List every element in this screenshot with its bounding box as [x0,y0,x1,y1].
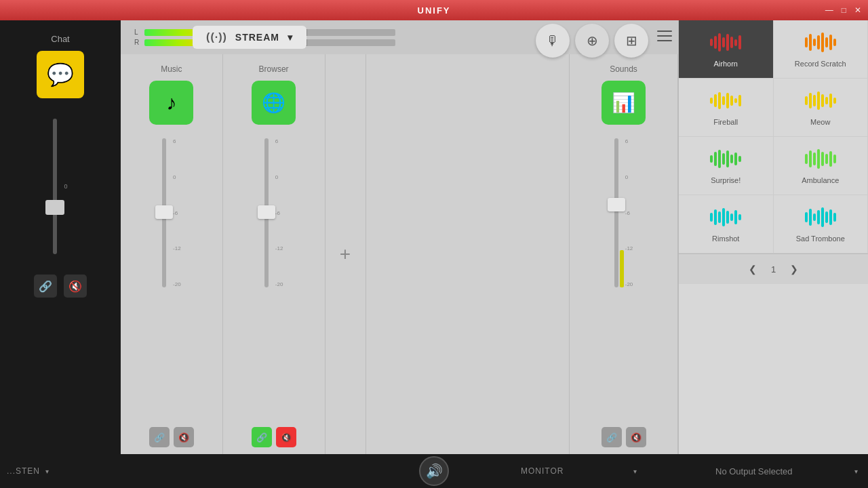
browser-listen-button[interactable]: 🔗 [252,427,272,447]
browser-fader-track [264,138,269,287]
chat-label: Chat [51,34,69,44]
sad-trombone-waveform [804,205,837,229]
next-page-button[interactable]: ❯ [786,261,802,277]
channels-area: Music ♪ 6 0 -6 -12 -20 🔗 🔇 Browser 🌐 [121,54,678,454]
close-button[interactable]: ✕ [854,5,861,15]
rimshot-label: Rimshot [712,235,739,243]
sounds-channel-icon: 📊 [601,81,646,125]
ambulance-label: Ambulance [802,176,839,184]
svg-rect-63 [833,213,836,222]
sounds-fader-track [614,138,618,287]
stream-label: STREAM [235,32,279,43]
mix-control-button[interactable]: ⊞ [614,24,648,58]
listen-dropdown[interactable]: ... STEN ▾ [0,454,121,488]
sounds-level-bar [620,250,624,287]
svg-rect-44 [821,152,824,166]
output-dropdown[interactable]: No Output Selected ▾ [705,454,868,488]
prev-page-button[interactable]: ❮ [745,261,761,277]
svg-rect-9 [809,34,812,51]
sound-item-fireball[interactable]: Fireball [679,79,774,137]
sad-trombone-label: Sad Trombone [796,235,845,243]
page-number: 1 [771,264,776,274]
svg-rect-61 [825,211,828,223]
sound-item-ambulance[interactable]: Ambulance [774,137,869,195]
svg-rect-48 [710,213,713,222]
output-arrow-icon: ▾ [854,468,858,475]
svg-rect-55 [738,214,741,220]
music-mute-button[interactable]: 🔇 [174,427,194,447]
app-title: UNIFY [418,5,451,16]
svg-rect-31 [833,98,836,104]
music-fader-handle[interactable] [155,205,173,219]
browser-mute-button[interactable]: 🔇 [276,427,296,447]
eq-control-button[interactable]: ⊕ [575,24,609,58]
monitor-arrow-icon: ▾ [633,468,637,475]
sounds-mute-button[interactable]: 🔇 [626,427,646,447]
sound-item-rimshot[interactable]: Rimshot [679,195,774,253]
meow-waveform-svg [804,89,837,113]
sounds-channel-label: Sounds [610,64,637,74]
ambulance-waveform [804,147,837,171]
svg-rect-21 [730,96,733,106]
rimshot-waveform-svg [709,205,743,229]
browser-fader-handle[interactable] [258,205,275,219]
svg-rect-15 [833,39,836,46]
music-channel-label: Music [161,64,182,74]
stream-dropdown-button[interactable]: ((·)) STREAM ▾ [193,26,307,49]
sound-item-meow[interactable]: Meow [774,79,869,137]
ambulance-waveform-svg [804,147,837,171]
monitor-volume-button[interactable]: 🔊 [419,456,449,486]
svg-rect-4 [726,34,729,51]
sidebar-fader-handle[interactable] [45,200,64,215]
menu-line-3 [657,40,672,41]
menu-line-2 [657,35,672,37]
browser-channel-label: Browser [259,64,289,74]
svg-rect-46 [829,151,832,167]
svg-rect-12 [821,33,824,52]
svg-rect-38 [734,152,737,165]
sound-item-airhorn[interactable]: Airhorn [679,20,774,79]
sound-item-record-scratch[interactable]: Record Scratch [774,20,869,79]
svg-rect-10 [813,39,816,46]
svg-rect-45 [825,154,828,164]
surprise-waveform [709,147,743,171]
svg-rect-22 [734,98,737,103]
mic-control-button[interactable]: 🎙 [536,24,570,58]
record-scratch-label: Record Scratch [795,60,846,68]
svg-rect-11 [817,35,820,49]
chat-icon[interactable]: 💬 [37,51,84,98]
music-listen-button[interactable]: 🔗 [149,427,170,447]
svg-rect-42 [813,152,816,165]
svg-rect-7 [738,35,741,49]
empty-channel-area [366,54,570,454]
svg-rect-37 [730,155,733,163]
sound-item-surprise[interactable]: Surprise! [679,137,774,195]
sounds-listen-button[interactable]: 🔗 [601,427,622,447]
menu-button[interactable] [654,24,678,48]
svg-rect-26 [813,95,816,106]
svg-rect-50 [718,211,721,223]
svg-rect-52 [726,211,729,224]
menu-line-1 [657,30,672,32]
sounds-fader-container: 6 0 -6 -12 -20 [604,135,644,420]
svg-rect-16 [710,98,713,104]
output-label: No Output Selected [715,466,792,476]
svg-rect-58 [813,214,816,221]
music-channel-buttons: 🔗 🔇 [149,427,194,447]
svg-rect-47 [833,155,836,163]
left-sidebar: Chat 💬 0 🔗 🔇 [0,0,121,488]
add-channel-button[interactable]: + [340,243,351,265]
channel-sounds: Sounds 📊 6 0 -6 -12 -20 🔗 🔇 [570,54,678,454]
svg-rect-13 [825,37,828,47]
soundboard-panel: Airhorn Record Scratch [678,20,868,454]
sound-item-sad-trombone[interactable]: Sad Trombone [774,195,869,253]
svg-rect-2 [718,33,721,52]
listen-button[interactable]: 🔗 [34,274,57,298]
music-scale: 6 0 -6 -12 -20 [173,138,181,287]
svg-rect-39 [738,156,741,162]
sounds-fader-handle[interactable] [608,198,625,211]
surprise-label: Surprise! [711,176,741,184]
mute-button[interactable]: 🔇 [64,274,87,298]
minimize-button[interactable]: — [825,5,833,15]
maximize-button[interactable]: □ [842,5,846,15]
